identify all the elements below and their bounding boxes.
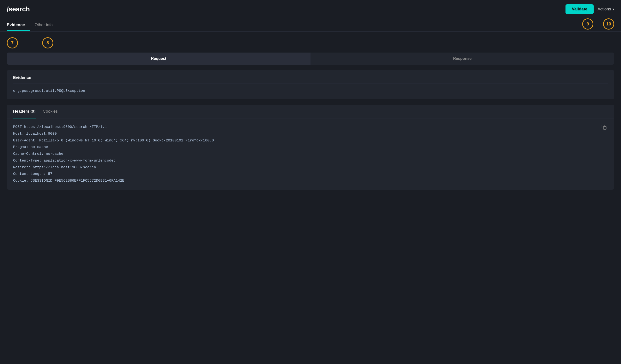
request-tab[interactable]: Request	[7, 52, 310, 65]
header-line: Host: localhost:9000	[13, 131, 608, 137]
tab-other-info[interactable]: Other info	[35, 19, 58, 31]
header-line: Content-Type: application/x-www-form-url…	[13, 157, 608, 164]
header-line: Referer: https://localhost:9000/search	[13, 164, 608, 171]
validate-button[interactable]: Validate	[566, 4, 594, 14]
badge-10[interactable]: 10	[603, 18, 614, 30]
headers-card: Headers (9) Cookies POST https://localho…	[7, 105, 614, 190]
tab-cookies[interactable]: Cookies	[43, 105, 58, 118]
header-line: Cache-Control: no-cache	[13, 151, 608, 157]
evidence-content: org.postgresql.util.PSQLException	[13, 88, 608, 94]
header-line: Content-Length: 57	[13, 171, 608, 178]
header-line: POST https://localhost:9000/search HTTP/…	[13, 124, 608, 131]
badge-9[interactable]: 9	[582, 18, 593, 30]
page-title: /search	[7, 5, 30, 13]
response-tab[interactable]: Response	[310, 52, 614, 65]
badge-8[interactable]: 8	[42, 37, 53, 49]
header-line: Pragma: no-cache	[13, 144, 608, 151]
main-content: 7 8 Request Response Evidence org.postgr…	[0, 32, 621, 195]
evidence-card: Evidence org.postgresql.util.PSQLExcepti…	[7, 70, 614, 99]
headers-content: POST https://localhost:9000/search HTTP/…	[13, 124, 608, 184]
badge-7[interactable]: 7	[7, 37, 18, 49]
header-actions: Validate Actions	[566, 4, 614, 14]
header-line: Cookie: JSESSIONID=F9E56EB86EFF1FC5572D0…	[13, 178, 608, 184]
tab-evidence[interactable]: Evidence	[7, 19, 30, 31]
headers-body: POST https://localhost:9000/search HTTP/…	[7, 118, 614, 190]
evidence-card-title: Evidence	[13, 75, 608, 84]
headers-tab-bar: Headers (9) Cookies	[7, 105, 614, 118]
svg-rect-0	[603, 126, 606, 129]
tab-headers[interactable]: Headers (9)	[13, 105, 36, 118]
badge-group: 9 10	[582, 18, 614, 32]
main-tab-bar: Evidence Other info 9 10	[0, 18, 621, 32]
req-res-bar: Request Response	[7, 52, 614, 65]
actions-button[interactable]: Actions	[598, 7, 614, 12]
header: /search Validate Actions	[0, 0, 621, 18]
copy-icon[interactable]	[600, 123, 608, 131]
header-line: User-Agent: Mozilla/5.0 (Windows NT 10.0…	[13, 137, 608, 144]
